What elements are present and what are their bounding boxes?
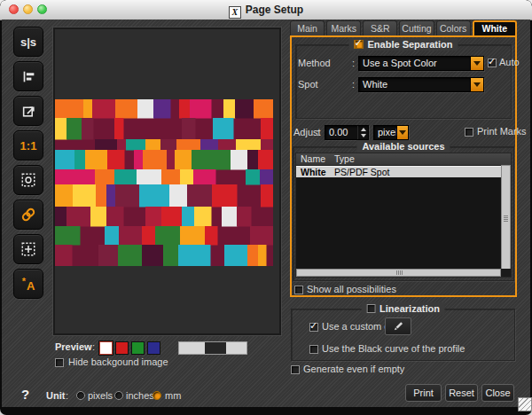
hide-background-label: Hide backgound image: [68, 356, 168, 367]
adjust-step-down-button[interactable]: [358, 133, 368, 140]
auto-checkbox[interactable]: [488, 59, 497, 67]
help-button[interactable]: ?: [21, 387, 29, 402]
tab-colors[interactable]: Colors: [436, 20, 471, 36]
chevron-down-icon: [473, 61, 481, 66]
title-bar: XPage Setup: [0, 0, 532, 20]
fit-selection-tool-button[interactable]: [13, 165, 43, 195]
unit-mm-label: mm: [165, 390, 181, 401]
spot-dropdown-button[interactable]: [470, 78, 483, 91]
x11-app-icon: X: [229, 6, 241, 19]
print-marks-label: Print Marks: [477, 126, 527, 137]
spot-text-icon: *A: [22, 276, 35, 293]
one-to-one-icon: 1:1: [20, 139, 37, 153]
linearization-label: Linearization: [379, 303, 440, 314]
preview-channel-strip[interactable]: [178, 341, 247, 355]
unit-pixels-label: pixels: [88, 390, 113, 401]
tab-main[interactable]: Main: [290, 20, 325, 36]
window-title: XPage Setup: [0, 0, 532, 20]
arrow-up-icon: [361, 128, 366, 131]
link-icon: [20, 207, 36, 223]
chevron-down-icon: [473, 82, 481, 87]
generate-even-if-empty-checkbox[interactable]: [291, 365, 300, 374]
align-tool-button[interactable]: [13, 61, 43, 91]
channel-segment[interactable]: [215, 342, 226, 354]
annotation-tool-button[interactable]: *A: [13, 269, 43, 299]
transform-tool-button[interactable]: [13, 234, 43, 264]
show-all-possibilities-label: Show all possibilities: [307, 284, 396, 294]
scrollbar-grip: [504, 215, 508, 222]
hide-background-checkbox[interactable]: [55, 358, 64, 367]
enable-separation-checkbox[interactable]: [355, 40, 364, 49]
preview-swatch-blue[interactable]: [147, 341, 160, 355]
use-black-curve-checkbox[interactable]: [309, 345, 318, 354]
chevron-down-icon: [399, 130, 406, 135]
fit-selection-icon: [20, 172, 36, 188]
settings-tabs: Main Marks S&R Cutting Colors White: [290, 20, 517, 36]
source-type: PS/PDF Spot: [334, 167, 389, 177]
open-in-new-icon: [21, 104, 36, 119]
unit-radio-pixels[interactable]: [76, 391, 85, 400]
method-dropdown-button[interactable]: [470, 57, 483, 70]
arrow-down-icon: [361, 134, 366, 137]
unit-colon: :: [66, 390, 68, 401]
preview-image: [55, 99, 273, 266]
channel-segment[interactable]: [226, 342, 246, 354]
use-custom-curve-checkbox[interactable]: [309, 323, 318, 332]
horizontal-scrollbar[interactable]: [296, 269, 501, 277]
preview-swatch-red[interactable]: [115, 341, 129, 355]
preview-swatch-white[interactable]: [99, 341, 113, 355]
preview-colon: :: [92, 341, 95, 352]
adjust-step-up-button[interactable]: [358, 126, 368, 133]
edit-curve-button[interactable]: [385, 317, 411, 335]
source-row-white[interactable]: White PS/PDF Spot: [296, 166, 501, 177]
unit-radio-inches[interactable]: [114, 391, 123, 400]
export-view-tool-button[interactable]: [13, 96, 43, 126]
print-button[interactable]: Print: [405, 384, 442, 402]
channel-segment[interactable]: [205, 342, 215, 354]
move-selection-icon: [20, 241, 36, 257]
spot-dropdown[interactable]: White: [358, 77, 484, 92]
spot-colon: :: [352, 79, 355, 90]
scrollbar-grip: [395, 270, 403, 275]
unit-radio-mm[interactable]: [153, 391, 161, 400]
actual-size-tool-button[interactable]: 1:1: [13, 130, 43, 161]
adjust-unit-value: pixel: [374, 126, 396, 139]
adjust-colon: :: [317, 127, 319, 137]
sources-table-header: Name Type: [296, 153, 511, 166]
column-header-type: Type: [334, 153, 355, 165]
method-dropdown[interactable]: Use a Spot Color: [358, 56, 484, 71]
channel-segment[interactable]: [179, 342, 205, 354]
available-sources-title: Available sources: [362, 141, 444, 152]
enable-separation-label: Enable Separation: [368, 39, 453, 50]
tab-marks[interactable]: Marks: [326, 20, 361, 36]
link-tool-button[interactable]: [13, 200, 43, 230]
preview-swatch-green[interactable]: [131, 341, 145, 355]
show-all-possibilities-checkbox[interactable]: [294, 286, 303, 294]
use-black-curve-label: Use the Black curve of the profile: [322, 343, 465, 354]
method-value: Use a Spot Color: [359, 57, 470, 70]
linearization-checkbox[interactable]: [366, 304, 375, 313]
window-resize-grip[interactable]: [518, 397, 532, 411]
preview-label: Preview: [55, 341, 92, 352]
sources-table: Name Type White PS/PDF Spot: [295, 153, 512, 278]
spot-label: Spot: [298, 79, 318, 90]
source-name: White: [301, 167, 326, 177]
mirror-tool-button[interactable]: s|s: [13, 27, 43, 57]
adjust-spinner[interactable]: 0.00: [325, 125, 369, 140]
method-colon: :: [352, 58, 355, 68]
tab-white[interactable]: White: [473, 20, 517, 36]
generate-even-if-empty-label: Generate even if empty: [303, 364, 404, 374]
adjust-unit-dropdown[interactable]: pixel: [373, 125, 409, 140]
auto-label: Auto: [499, 57, 520, 67]
align-left-icon: [21, 69, 36, 84]
tab-cutting[interactable]: Cutting: [399, 20, 434, 36]
scrollbar-corner: [501, 269, 511, 277]
reset-button[interactable]: Reset: [445, 384, 478, 402]
method-label: Method: [298, 58, 331, 68]
adjust-unit-dropdown-button[interactable]: [396, 126, 408, 139]
vertical-scrollbar[interactable]: [501, 165, 511, 270]
close-button[interactable]: Close: [481, 384, 514, 402]
print-marks-checkbox[interactable]: [465, 128, 473, 137]
unit-label: Unit: [46, 390, 65, 401]
tab-sr[interactable]: S&R: [363, 20, 397, 36]
